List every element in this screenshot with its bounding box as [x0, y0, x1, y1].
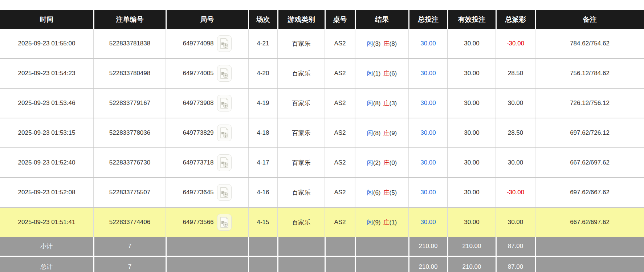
- banker-result-label: 庄: [383, 159, 390, 166]
- video-replay-button[interactable]: [217, 184, 232, 201]
- game-type-cell: 百家乐: [278, 118, 325, 148]
- table-no-cell: AS2: [325, 29, 355, 58]
- total-bet-link[interactable]: 30.00: [420, 219, 436, 226]
- round-cell: 649773566: [166, 207, 248, 237]
- game-type-cell: 百家乐: [278, 88, 325, 118]
- session-cell: 4-19: [248, 88, 278, 118]
- remark-cell: 784.62/754.62: [535, 29, 644, 58]
- video-replay-button[interactable]: [217, 35, 232, 52]
- empty-cell: [166, 256, 248, 272]
- round-cell: 649773829: [166, 118, 248, 148]
- bet-records-table: 时间 注单编号 局号 场次 游戏类别 桌号 结果 总投注 有效投注 总派彩 备注…: [0, 10, 644, 272]
- total-bet-link[interactable]: 30.00: [420, 159, 436, 166]
- total-bet-link[interactable]: 30.00: [420, 70, 436, 77]
- payout-cell: 30.00: [496, 148, 535, 178]
- valid-bet-cell: 30.00: [448, 178, 496, 207]
- bet-id-cell: 522833776730: [94, 148, 166, 178]
- table-no-cell: AS2: [325, 148, 355, 178]
- empty-cell: [278, 256, 325, 272]
- round-id: 649773566: [183, 219, 213, 226]
- grand-total-count: 7: [94, 256, 166, 272]
- player-result-label: 闲: [367, 189, 373, 196]
- player-result-label: 闲: [367, 130, 373, 137]
- video-replay-button[interactable]: [217, 214, 232, 231]
- col-header-total-bet: 总投注: [409, 10, 448, 29]
- table-header: 时间 注单编号 局号 场次 游戏类别 桌号 结果 总投注 有效投注 总派彩 备注: [0, 10, 644, 29]
- table-no-cell: AS2: [325, 58, 355, 88]
- total-bet-cell: 30.00: [409, 148, 448, 178]
- video-replay-button[interactable]: [217, 65, 232, 82]
- total-bet-link[interactable]: 30.00: [420, 100, 436, 106]
- subtotal-payout: 87.00: [496, 237, 535, 256]
- round-cell: 649773645: [166, 178, 248, 207]
- round-id: 649773829: [183, 129, 213, 137]
- col-header-round: 局号: [166, 10, 248, 29]
- result-cell: 闲(1)庄(6): [355, 58, 409, 88]
- col-header-bet-id: 注单编号: [94, 10, 166, 29]
- table-body: 2025-09-23 01:55:00 522833781838 6497740…: [0, 29, 644, 237]
- player-result-label: 闲: [367, 219, 373, 226]
- game-type-cell: 百家乐: [278, 178, 325, 207]
- player-result-score: (1): [373, 70, 381, 77]
- time-cell: 2025-09-23 01:53:15: [0, 118, 94, 148]
- video-replay-button[interactable]: [217, 125, 232, 141]
- grand-total-payout: 87.00: [496, 256, 535, 272]
- video-replay-button[interactable]: [217, 154, 232, 171]
- player-result-label: 闲: [367, 40, 373, 47]
- player-result-label: 闲: [367, 70, 373, 77]
- result-cell: 闲(2)庄(0): [355, 148, 409, 178]
- video-replay-button[interactable]: [217, 95, 232, 111]
- bet-id-cell: 522833775507: [94, 178, 166, 207]
- bet-id-cell: 522833774406: [94, 207, 166, 237]
- result-cell: 闲(8)庄(9): [355, 118, 409, 148]
- table-row-highlighted: 2025-09-23 01:51:41 522833774406 6497735…: [0, 207, 644, 237]
- player-result-score: (3): [373, 40, 381, 47]
- video-file-icon: [220, 127, 229, 138]
- subtotal-total-bet: 210.00: [409, 237, 448, 256]
- banker-result-score: (8): [390, 40, 397, 47]
- empty-cell: [535, 237, 644, 256]
- video-file-icon: [220, 98, 229, 109]
- time-cell: 2025-09-23 01:55:00: [0, 29, 94, 58]
- empty-cell: [325, 237, 355, 256]
- total-bet-link[interactable]: 30.00: [420, 189, 436, 196]
- round-id: 649774005: [183, 70, 213, 77]
- total-bet-cell: 30.00: [409, 58, 448, 88]
- video-file-icon: [220, 68, 229, 79]
- grand-total-label: 总计: [0, 256, 94, 272]
- result-cell: 闲(8)庄(3): [355, 88, 409, 118]
- col-header-table-no: 桌号: [325, 10, 355, 29]
- game-type-cell: 百家乐: [278, 207, 325, 237]
- payout-cell: 30.00: [496, 207, 535, 237]
- bet-id-cell: 522833780498: [94, 58, 166, 88]
- video-file-icon: [220, 187, 229, 198]
- result-cell: 闲(3)庄(8): [355, 29, 409, 58]
- remark-cell: 756.12/784.62: [535, 58, 644, 88]
- grand-total-row: 总计 7 210.00 210.00 87.00: [0, 256, 644, 272]
- video-file-icon: [220, 157, 229, 168]
- round-cell: 649774005: [166, 58, 248, 88]
- subtotal-label: 小计: [0, 237, 94, 256]
- session-cell: 4-15: [248, 207, 278, 237]
- game-type-cell: 百家乐: [278, 29, 325, 58]
- remark-cell: 697.62/667.62: [535, 178, 644, 207]
- total-bet-link[interactable]: 30.00: [420, 129, 436, 136]
- total-bet-link[interactable]: 30.00: [420, 40, 436, 47]
- session-cell: 4-18: [248, 118, 278, 148]
- time-cell: 2025-09-23 01:51:41: [0, 207, 94, 237]
- table-row: 2025-09-23 01:52:40 522833776730 6497737…: [0, 148, 644, 178]
- col-header-time: 时间: [0, 10, 94, 29]
- banker-result-label: 庄: [383, 189, 390, 196]
- grand-total-valid-bet: 210.00: [448, 256, 496, 272]
- table-no-cell: AS2: [325, 88, 355, 118]
- round-id: 649773645: [183, 189, 213, 196]
- total-bet-cell: 30.00: [409, 178, 448, 207]
- valid-bet-cell: 30.00: [448, 29, 496, 58]
- banker-result-score: (6): [390, 70, 397, 77]
- round-id: 649773718: [183, 159, 213, 166]
- payout-cell: -30.00: [496, 178, 535, 207]
- result-cell: 闲(9)庄(1): [355, 207, 409, 237]
- empty-cell: [325, 256, 355, 272]
- table-row: 2025-09-23 01:54:23 522833780498 6497740…: [0, 58, 644, 88]
- player-result-label: 闲: [367, 100, 373, 107]
